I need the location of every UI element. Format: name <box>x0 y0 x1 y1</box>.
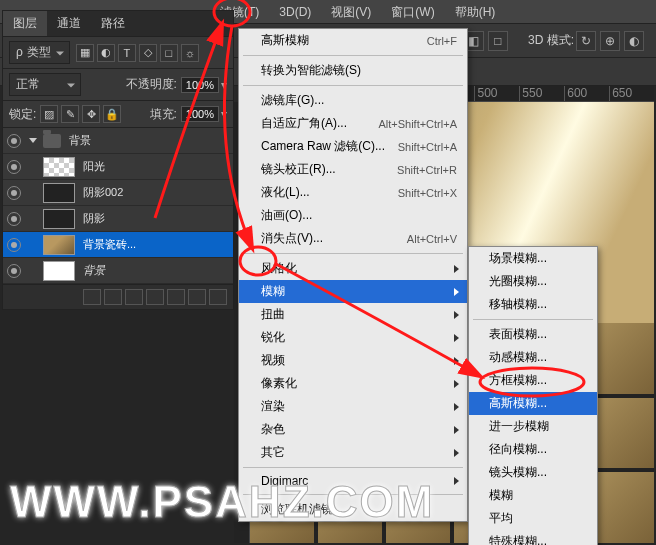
panel-footer <box>3 284 233 309</box>
mi-blur[interactable]: 模糊 <box>469 484 597 507</box>
filter-icon[interactable]: ◇ <box>139 44 157 62</box>
blend-mode-select[interactable]: 正常 <box>9 73 81 96</box>
mi-vanishing-point[interactable]: 消失点(V)...Alt+Ctrl+V <box>239 227 467 250</box>
adjustment-icon[interactable] <box>146 289 164 305</box>
visibility-icon[interactable] <box>7 264 21 278</box>
mi-radial-blur[interactable]: 径向模糊... <box>469 438 597 461</box>
mi-noise[interactable]: 杂色 <box>239 418 467 441</box>
mi-distort[interactable]: 扭曲 <box>239 303 467 326</box>
mi-lens-correction[interactable]: 镜头校正(R)...Shift+Ctrl+R <box>239 158 467 181</box>
layer-list: 背景 阳光 阴影002 阴影 背景瓷砖... <box>3 128 233 284</box>
mi-blur-more[interactable]: 进一步模糊 <box>469 415 597 438</box>
mi-convert-smart[interactable]: 转换为智能滤镜(S) <box>239 59 467 82</box>
mode3d-icon[interactable]: ◐ <box>624 31 644 51</box>
layer-name: 背景 <box>83 263 105 278</box>
mi-liquify[interactable]: 液化(L)...Shift+Ctrl+X <box>239 181 467 204</box>
layer-row[interactable]: 阳光 <box>3 154 233 180</box>
filter-row: ρ类型 ▦ ◐ T ◇ □ ☼ <box>3 37 233 69</box>
layer-thumbnail <box>43 157 75 177</box>
mi-tilt-shift[interactable]: 移轴模糊... <box>469 293 597 316</box>
lock-all-icon[interactable]: 🔒 <box>103 105 121 123</box>
visibility-icon[interactable] <box>7 134 21 148</box>
layer-thumbnail <box>43 183 75 203</box>
visibility-icon[interactable] <box>7 212 21 226</box>
tab-paths[interactable]: 路径 <box>91 11 135 36</box>
blend-row: 正常 不透明度: 100% ▾ <box>3 69 233 101</box>
tab-layers[interactable]: 图层 <box>3 11 47 36</box>
layer-name: 背景瓷砖... <box>83 237 136 252</box>
layer-name: 阴影002 <box>83 185 123 200</box>
filter-icon[interactable]: T <box>118 44 136 62</box>
folder-icon <box>43 134 61 148</box>
group-icon[interactable] <box>167 289 185 305</box>
layer-name: 背景 <box>69 133 91 148</box>
mode3d-icon[interactable]: ⊕ <box>600 31 620 51</box>
mi-oil-paint[interactable]: 油画(O)... <box>239 204 467 227</box>
mi-lens-blur[interactable]: 镜头模糊... <box>469 461 597 484</box>
dropdown-icon[interactable]: ▾ <box>221 78 227 92</box>
mi-sharpen[interactable]: 锐化 <box>239 326 467 349</box>
filter-menu: 高斯模糊Ctrl+F 转换为智能滤镜(S) 滤镜库(G)... 自适应广角(A)… <box>238 28 468 522</box>
mi-iris-blur[interactable]: 光圈模糊... <box>469 270 597 293</box>
menu-window[interactable]: 窗口(W) <box>381 0 444 24</box>
menu-help[interactable]: 帮助(H) <box>445 0 506 24</box>
lock-brush-icon[interactable]: ✎ <box>61 105 79 123</box>
mi-average[interactable]: 平均 <box>469 507 597 530</box>
link-icon[interactable] <box>83 289 101 305</box>
new-layer-icon[interactable] <box>188 289 206 305</box>
layer-thumbnail <box>43 209 75 229</box>
visibility-icon[interactable] <box>7 238 21 252</box>
mi-motion-blur[interactable]: 动感模糊... <box>469 346 597 369</box>
dropdown-icon[interactable]: ▾ <box>221 107 227 121</box>
tab-channels[interactable]: 通道 <box>47 11 91 36</box>
mask-icon[interactable] <box>125 289 143 305</box>
expand-icon[interactable] <box>29 138 37 143</box>
mi-blur[interactable]: 模糊 <box>239 280 467 303</box>
filter-icon[interactable]: ☼ <box>181 44 199 62</box>
layer-group[interactable]: 背景 <box>3 128 233 154</box>
mi-smart-blur[interactable]: 特殊模糊... <box>469 530 597 545</box>
mi-adaptive-wide[interactable]: 自适应广角(A)...Alt+Shift+Ctrl+A <box>239 112 467 135</box>
layer-name: 阳光 <box>83 159 105 174</box>
layer-thumbnail <box>43 261 75 281</box>
mi-other[interactable]: 其它 <box>239 441 467 464</box>
mi-pixelate[interactable]: 像素化 <box>239 372 467 395</box>
lock-pixels-icon[interactable]: ▨ <box>40 105 58 123</box>
fill-value[interactable]: 100% <box>181 106 219 122</box>
delete-icon[interactable] <box>209 289 227 305</box>
mi-surface-blur[interactable]: 表面模糊... <box>469 323 597 346</box>
visibility-icon[interactable] <box>7 160 21 174</box>
filter-icon[interactable]: □ <box>160 44 178 62</box>
layer-row[interactable]: 背景 <box>3 258 233 284</box>
mi-gaussian-blur[interactable]: 高斯模糊... <box>469 392 597 415</box>
panel-tabs: 图层 通道 路径 <box>3 11 233 37</box>
filter-icon[interactable]: ▦ <box>76 44 94 62</box>
mi-render[interactable]: 渲染 <box>239 395 467 418</box>
fx-icon[interactable] <box>104 289 122 305</box>
blur-submenu: 场景模糊... 光圈模糊... 移轴模糊... 表面模糊... 动感模糊... … <box>468 246 598 545</box>
layer-row-selected[interactable]: 背景瓷砖... <box>3 232 233 258</box>
filter-type-select[interactable]: ρ类型 <box>9 41 70 64</box>
mi-camera-raw[interactable]: Camera Raw 滤镜(C)...Shift+Ctrl+A <box>239 135 467 158</box>
opacity-value[interactable]: 100% <box>181 77 219 93</box>
mi-filter-gallery[interactable]: 滤镜库(G)... <box>239 89 467 112</box>
layer-row[interactable]: 阴影 <box>3 206 233 232</box>
options-icon[interactable]: □ <box>488 31 508 51</box>
lock-position-icon[interactable]: ✥ <box>82 105 100 123</box>
mode3d-label: 3D 模式: <box>528 32 574 49</box>
filter-icon[interactable]: ◐ <box>97 44 115 62</box>
mi-last-filter[interactable]: 高斯模糊Ctrl+F <box>239 29 467 52</box>
mi-box-blur[interactable]: 方框模糊... <box>469 369 597 392</box>
layer-row[interactable]: 阴影002 <box>3 180 233 206</box>
mode3d-icon[interactable]: ↻ <box>576 31 596 51</box>
menu-view[interactable]: 视图(V) <box>321 0 381 24</box>
mi-stylize[interactable]: 风格化 <box>239 257 467 280</box>
lock-row: 锁定: ▨ ✎ ✥ 🔒 填充: 100% ▾ <box>3 101 233 128</box>
layer-thumbnail <box>43 235 75 255</box>
layer-name: 阴影 <box>83 211 105 226</box>
visibility-icon[interactable] <box>7 186 21 200</box>
menu-3d[interactable]: 3D(D) <box>269 0 321 24</box>
mi-video[interactable]: 视频 <box>239 349 467 372</box>
mi-field-blur[interactable]: 场景模糊... <box>469 247 597 270</box>
fill-label: 填充: <box>150 106 177 123</box>
